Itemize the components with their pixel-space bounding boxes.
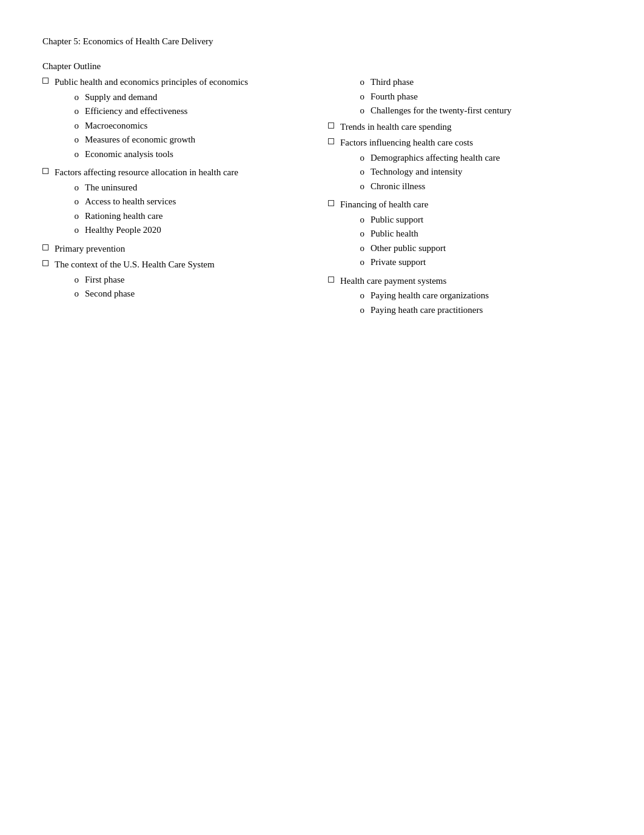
list-item: o Public support	[340, 213, 602, 227]
sub-item-text: Third phase	[371, 75, 602, 89]
sub-item-text: Demographics affecting health care	[371, 151, 602, 165]
sub-bullet: o	[340, 104, 364, 118]
bullet-icon	[328, 122, 334, 129]
list-item: o Fourth phase	[340, 90, 602, 104]
list-item: o Public health	[340, 227, 602, 241]
chapter-outline-label: Chapter Outline	[42, 61, 602, 72]
sub-bullet: o	[340, 75, 364, 89]
list-item: o Economic analysis tools	[55, 147, 316, 161]
list-item: o Efficiency and effectiveness	[55, 104, 316, 118]
sub-item-text: Fourth phase	[371, 90, 602, 104]
right-column: o Third phase o Fourth phase o Challenge…	[328, 75, 602, 321]
list-item: Trends in health care spending	[328, 120, 602, 134]
sub-bullet: o	[55, 223, 79, 237]
list-item: o Third phase o Fourth phase o Challenge…	[340, 75, 602, 118]
sub-bullet: o	[55, 133, 79, 147]
list-item: Public health and economics principles o…	[42, 75, 316, 163]
list-item: Factors influencing health care costs o …	[328, 136, 602, 195]
left-column: Public health and economics principles o…	[42, 75, 328, 306]
list-item: o Technology and intensity	[340, 165, 602, 179]
list-item: o First phase	[55, 273, 316, 287]
list-item: o Third phase	[340, 75, 602, 89]
list-item: The context of the U.S. Health Care Syst…	[42, 258, 316, 303]
sub-bullet: o	[340, 289, 364, 303]
list-item: o Demographics affecting health care	[340, 151, 602, 165]
list-item: o Access to health services	[55, 195, 316, 209]
list-item: o Private support	[340, 255, 602, 269]
list-item: o Chronic illness	[340, 179, 602, 193]
bullet-icon	[42, 260, 49, 266]
sub-item-text: Second phase	[85, 287, 316, 301]
sub-item-text: Paying health care organizations	[371, 289, 602, 303]
sub-bullet: o	[340, 165, 364, 179]
list-item: Health care payment systems o Paying hea…	[328, 274, 602, 320]
item-text: Financing of health care	[340, 200, 428, 209]
list-item: o Macroeconomics	[55, 119, 316, 133]
sub-bullet: o	[55, 195, 79, 209]
bullet-icon	[328, 138, 334, 144]
item-text: Primary prevention	[55, 244, 125, 253]
sub-bullet: o	[55, 90, 79, 104]
list-item: o Supply and demand	[55, 90, 316, 104]
page-title: Chapter 5: Economics of Health Care Deli…	[42, 36, 602, 47]
sub-bullet: o	[55, 287, 79, 301]
list-item: o Healthy People 2020	[55, 223, 316, 237]
sub-bullet: o	[340, 241, 364, 255]
sub-bullet: o	[340, 227, 364, 241]
item-text: Public health and economics principles o…	[55, 77, 248, 87]
sub-bullet: o	[340, 213, 364, 227]
item-text: Factors affecting resource allocation in…	[55, 167, 238, 177]
item-text: Health care payment systems	[340, 276, 446, 286]
list-item: Financing of health care o Public suppor…	[328, 198, 602, 272]
bullet-icon	[328, 277, 334, 283]
sub-bullet: o	[55, 209, 79, 223]
list-item: o Paying health care organizations	[340, 289, 602, 303]
sub-bullet: o	[340, 151, 364, 165]
sub-bullet: o	[55, 181, 79, 195]
sub-item-text: Public support	[371, 213, 602, 227]
list-item: o Other public support	[340, 241, 602, 255]
sub-item-text: First phase	[85, 273, 316, 287]
sub-item-text: Rationing health care	[85, 209, 316, 223]
bullet-icon	[42, 244, 49, 250]
bullet-icon	[42, 78, 49, 84]
sub-item-text: Measures of economic growth	[85, 133, 316, 147]
item-text: The context of the U.S. Health Care Syst…	[55, 260, 215, 269]
sub-bullet: o	[340, 255, 364, 269]
sub-bullet: o	[55, 119, 79, 133]
bullet-icon	[328, 200, 334, 206]
sub-item-text: Challenges for the twenty-first century	[371, 104, 602, 118]
sub-bullet: o	[340, 179, 364, 193]
sub-item-text: Supply and demand	[85, 90, 316, 104]
list-item: o Challenges for the twenty-first centur…	[340, 104, 602, 118]
item-text: Factors influencing health care costs	[340, 138, 473, 147]
sub-item-text: Economic analysis tools	[85, 147, 316, 161]
sub-item-text: Chronic illness	[371, 179, 602, 193]
bullet-icon	[42, 168, 49, 174]
list-item: o Second phase	[55, 287, 316, 301]
sub-bullet: o	[55, 104, 79, 118]
sub-item-text: Access to health services	[85, 195, 316, 209]
sub-item-text: The uninsured	[85, 181, 316, 195]
list-item: Primary prevention	[42, 242, 316, 256]
list-item: o Rationing health care	[55, 209, 316, 223]
sub-item-text: Private support	[371, 255, 602, 269]
list-item: o The uninsured	[55, 181, 316, 195]
sub-item-text: Public health	[371, 227, 602, 241]
sub-bullet: o	[340, 303, 364, 317]
sub-item-text: Other public support	[371, 241, 602, 255]
item-text: Trends in health care spending	[340, 122, 452, 132]
list-item: o Measures of economic growth	[55, 133, 316, 147]
sub-item-text: Healthy People 2020	[85, 223, 316, 237]
sub-bullet: o	[55, 147, 79, 161]
sub-item-text: Macroeconomics	[85, 119, 316, 133]
list-item: o Paying heath care practitioners	[340, 303, 602, 317]
sub-item-text: Efficiency and effectiveness	[85, 104, 316, 118]
sub-bullet: o	[55, 273, 79, 287]
sub-item-text: Paying heath care practitioners	[371, 303, 602, 317]
sub-bullet: o	[340, 90, 364, 104]
list-item: Factors affecting resource allocation in…	[42, 166, 316, 240]
sub-item-text: Technology and intensity	[371, 165, 602, 179]
